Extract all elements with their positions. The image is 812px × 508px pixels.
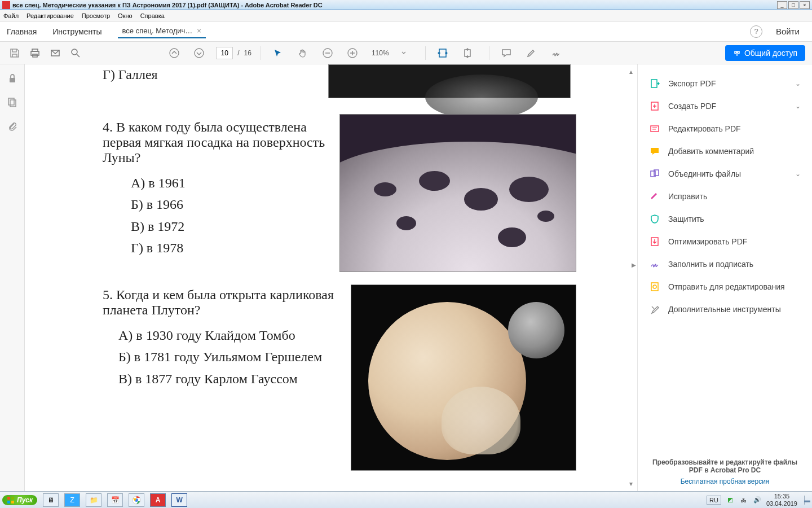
highlight-icon[interactable] xyxy=(523,45,539,61)
svg-rect-30 xyxy=(7,501,10,503)
rp-export-pdf[interactable]: Экспорт PDF⌄ xyxy=(638,72,812,95)
chevron-down-icon: ⌄ xyxy=(795,170,801,178)
rp-combine-files[interactable]: Объединить файлы⌄ xyxy=(638,163,812,185)
zoom-level[interactable]: 110% xyxy=(369,49,391,57)
page-up-icon[interactable] xyxy=(166,45,182,61)
rp-redact[interactable]: Исправить xyxy=(638,185,812,208)
toolbar-separator xyxy=(489,46,489,60)
hand-tool-icon[interactable] xyxy=(295,45,311,61)
show-desktop-icon[interactable]: ▬ xyxy=(804,496,810,505)
svg-rect-28 xyxy=(7,497,10,500)
task-icon-2[interactable]: Z xyxy=(64,493,80,507)
rp-label: Экспорт PDF xyxy=(668,79,795,88)
rp-create-pdf[interactable]: Создать PDF⌄ xyxy=(638,95,812,117)
rp-add-comment[interactable]: Добавить комментарий xyxy=(638,140,812,163)
clock-time: 15:35 xyxy=(766,493,797,500)
share-button[interactable]: Общий доступ xyxy=(725,45,805,61)
app-icon xyxy=(2,1,10,9)
task-icon-4[interactable]: 📅 xyxy=(107,493,123,507)
close-button[interactable]: × xyxy=(800,1,810,9)
tray-icon-1[interactable]: ◩ xyxy=(726,496,735,505)
toolbar-separator xyxy=(425,46,426,60)
maximize-button[interactable]: □ xyxy=(788,1,798,9)
zoom-out-icon[interactable] xyxy=(320,45,336,61)
task-icon-word[interactable]: W xyxy=(171,493,187,507)
menu-view[interactable]: Просмотр xyxy=(82,12,110,19)
right-collapse-icon[interactable]: ▶ xyxy=(632,262,636,268)
thumbnails-icon[interactable] xyxy=(7,97,17,107)
toolbar: / 16 110% Общий доступ xyxy=(0,42,812,64)
menu-help[interactable]: Справка xyxy=(140,12,165,19)
rp-protect[interactable]: Защитить xyxy=(638,208,812,230)
svg-point-7 xyxy=(195,49,204,58)
start-button[interactable]: Пуск xyxy=(2,495,37,505)
rp-optimize-pdf[interactable]: Оптимизировать PDF xyxy=(638,230,812,253)
mail-icon[interactable] xyxy=(47,45,63,61)
tab-tools[interactable]: Инструменты xyxy=(52,27,102,36)
menu-file[interactable]: Файл xyxy=(3,12,19,19)
window-controls: _ □ × xyxy=(777,1,810,9)
q5-opt-c: В) в 1877 году Карлом Гауссом xyxy=(118,368,345,389)
rp-send-for-review[interactable]: Отправить для редактирования xyxy=(638,275,812,298)
rp-label: Редактировать PDF xyxy=(668,124,801,133)
image-pluto xyxy=(351,284,576,471)
document-view[interactable]: ▴ ▾ Г) Галлея 4. В каком году была осуще… xyxy=(25,64,637,491)
promo-link[interactable]: Бесплатная пробная версия xyxy=(647,478,803,485)
pdf-page: Г) Галлея 4. В каком году была осуществл… xyxy=(63,64,599,491)
sign-icon[interactable] xyxy=(548,45,564,61)
tab-home[interactable]: Главная xyxy=(7,27,37,36)
select-tool-icon[interactable] xyxy=(270,45,286,61)
tab-document[interactable]: все спец. Методич… × xyxy=(118,24,206,38)
nav-tabs: Главная Инструменты все спец. Методич… ×… xyxy=(0,21,812,42)
attachment-icon[interactable] xyxy=(7,121,17,131)
fit-width-icon[interactable] xyxy=(435,45,451,61)
taskbar: Пуск 🖥 Z 📁 📅 A W RU ◩ 🖧 🔊 15:35 03.04.20… xyxy=(0,491,812,508)
rp-more-tools[interactable]: Дополнительные инструменты xyxy=(638,298,812,321)
lock-icon[interactable] xyxy=(7,73,17,84)
image-moon-surface xyxy=(339,114,576,272)
svg-rect-1 xyxy=(31,51,39,55)
help-icon[interactable]: ? xyxy=(750,25,762,38)
language-indicator[interactable]: RU xyxy=(707,496,721,505)
share-label: Общий доступ xyxy=(744,49,797,58)
fit-page-icon[interactable] xyxy=(460,45,475,61)
chevron-down-icon: ⌄ xyxy=(795,80,801,87)
print-icon[interactable] xyxy=(27,45,43,61)
share-icon xyxy=(733,49,741,57)
page-down-icon[interactable] xyxy=(191,45,207,61)
task-icon-acrobat[interactable]: A xyxy=(150,493,166,507)
task-icon-1[interactable]: 🖥 xyxy=(43,493,59,507)
right-tools-panel: Экспорт PDF⌄ Создать PDF⌄ Редактировать … xyxy=(637,64,812,491)
clock-date: 03.04.2019 xyxy=(766,500,797,507)
tab-close-icon[interactable]: × xyxy=(197,27,201,35)
save-icon[interactable] xyxy=(7,45,23,61)
search-icon[interactable] xyxy=(68,45,83,61)
rp-label: Объединить файлы xyxy=(668,169,795,178)
menu-window[interactable]: Окно xyxy=(118,12,133,19)
rp-label: Заполнить и подписать xyxy=(668,260,801,269)
clock[interactable]: 15:35 03.04.2019 xyxy=(766,493,800,506)
svg-rect-31 xyxy=(11,501,14,503)
zoom-dropdown-icon[interactable] xyxy=(396,45,412,61)
comment-icon[interactable] xyxy=(498,45,514,61)
rp-fill-sign[interactable]: Заполнить и подписать xyxy=(638,253,812,275)
scroll-down-icon[interactable]: ▾ xyxy=(629,480,633,488)
q4-opt-c: В) в 1972 xyxy=(131,216,339,237)
q5-text: 5. Когда и кем была открыта карлико­вая … xyxy=(103,287,345,318)
window-title: все спец. Методические указания к ПЗ Аст… xyxy=(12,2,777,8)
tray-volume-icon[interactable]: 🔊 xyxy=(753,496,762,505)
task-icon-3[interactable]: 📁 xyxy=(86,493,102,507)
q4-opt-b: Б) в 1966 xyxy=(131,194,339,215)
task-icon-chrome[interactable] xyxy=(129,493,144,507)
menu-edit[interactable]: Редактирование xyxy=(27,12,74,19)
question-5: 5. Когда и кем была открыта карлико­вая … xyxy=(103,287,345,389)
login-button[interactable]: Войти xyxy=(776,27,800,36)
scroll-up-icon[interactable]: ▴ xyxy=(629,68,633,76)
minimize-button[interactable]: _ xyxy=(777,1,787,9)
page-number-input[interactable] xyxy=(216,47,233,59)
tray-network-icon[interactable]: 🖧 xyxy=(739,496,748,505)
rp-edit-pdf[interactable]: Редактировать PDF xyxy=(638,117,812,140)
left-sidebar xyxy=(0,64,25,491)
zoom-in-icon[interactable] xyxy=(345,45,360,61)
svg-rect-16 xyxy=(8,98,14,105)
